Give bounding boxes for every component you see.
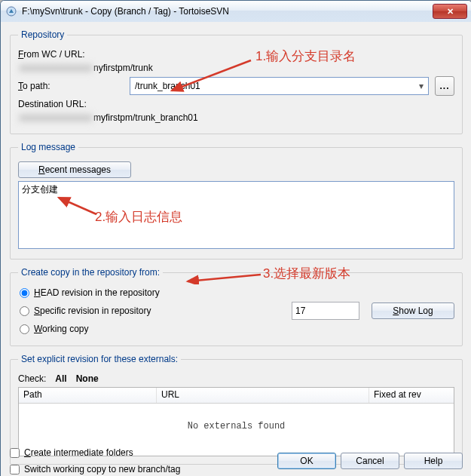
switch-wc-checkbox[interactable] xyxy=(10,465,20,474)
to-path-combobox[interactable]: ▾ xyxy=(130,77,429,95)
app-icon xyxy=(5,5,17,17)
switch-wc-row[interactable]: Switch working copy to new branch/tag xyxy=(10,464,180,474)
recent-messages-button[interactable]: Recent messages xyxy=(18,161,131,178)
check-all-link[interactable]: All xyxy=(55,373,66,384)
specific-revision-label: Specific revision in repository xyxy=(34,306,192,316)
from-wc-label: From WC / URL: xyxy=(18,49,124,60)
head-revision-label: HEAD revision in the repository xyxy=(34,287,160,298)
help-button[interactable]: Help xyxy=(404,453,463,469)
log-message-legend: Log message xyxy=(18,142,78,152)
col-fixed[interactable]: Fixed at rev xyxy=(369,388,454,403)
create-copy-group: Create copy in the repository from: HEAD… xyxy=(10,267,463,346)
ok-button[interactable]: OK xyxy=(277,453,336,469)
cancel-button[interactable]: Cancel xyxy=(341,453,399,469)
close-button[interactable]: ✕ xyxy=(433,4,467,19)
to-path-label: To path: xyxy=(18,81,124,91)
log-message-group: Log message Recent messages 分支创建 xyxy=(10,142,463,259)
dialog-window: F:\mySvn\trunk - Copy (Branch / Tag) - T… xyxy=(0,0,471,476)
check-none-link[interactable]: None xyxy=(76,373,99,384)
ellipsis-icon: ... xyxy=(439,81,449,91)
externals-header: Path URL Fixed at rev xyxy=(19,388,454,404)
dest-url-value: xxxxxxxxxxxxxxxxmyfirstpm/trunk_branch01 xyxy=(18,112,198,123)
col-path[interactable]: Path xyxy=(19,388,157,403)
repository-legend: Repository xyxy=(18,29,67,40)
chevron-down-icon[interactable]: ▾ xyxy=(416,81,427,91)
create-folders-row[interactable]: Create intermediate folders xyxy=(10,447,180,458)
window-title: F:\mySvn\trunk - Copy (Branch / Tag) - T… xyxy=(22,6,433,17)
close-icon: ✕ xyxy=(447,7,454,17)
log-message-textarea[interactable]: 分支创建 xyxy=(18,181,454,249)
show-log-button[interactable]: Show Log xyxy=(372,302,454,319)
revision-input[interactable] xyxy=(292,302,359,320)
externals-legend: Set explicit revision for these external… xyxy=(18,354,181,364)
externals-empty: No externals found xyxy=(19,404,454,449)
specific-revision-radio[interactable] xyxy=(20,306,29,316)
check-label: Check: xyxy=(18,373,46,384)
title-bar[interactable]: F:\mySvn\trunk - Copy (Branch / Tag) - T… xyxy=(1,1,471,23)
head-revision-radio[interactable] xyxy=(20,288,29,298)
create-folders-label: Create intermediate folders xyxy=(24,447,133,458)
working-copy-radio[interactable] xyxy=(20,324,29,334)
switch-wc-label: Switch working copy to new branch/tag xyxy=(24,464,180,474)
to-path-input[interactable] xyxy=(133,78,416,94)
dest-url-label: Destination URL: xyxy=(18,99,87,109)
col-url[interactable]: URL xyxy=(157,388,369,403)
working-copy-label: Working copy xyxy=(34,324,88,334)
create-folders-checkbox[interactable] xyxy=(10,448,20,458)
repository-group: Repository From WC / URL: xxxxxxxxxxxxxx… xyxy=(10,29,463,134)
from-url-value: xxxxxxxxxxxxxxxxnyfirstpm/trunk xyxy=(18,63,153,73)
browse-button[interactable]: ... xyxy=(435,76,454,96)
create-copy-legend: Create copy in the repository from: xyxy=(18,267,163,278)
